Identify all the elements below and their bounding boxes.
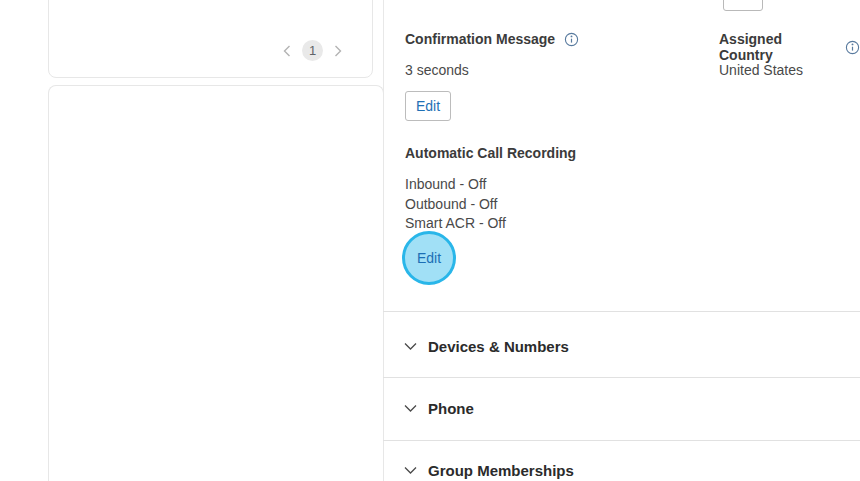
chevron-down-icon: [404, 342, 417, 351]
section-phone[interactable]: Phone: [404, 398, 474, 418]
chevron-down-icon: [404, 466, 417, 475]
section-group-memberships[interactable]: Group Memberships: [404, 460, 574, 480]
recording-smart-acr-status: Smart ACR - Off: [405, 214, 506, 234]
section-label: Devices & Numbers: [428, 338, 569, 355]
chevron-left-icon: [283, 45, 291, 57]
pagination: 1: [281, 40, 344, 61]
section-divider: [383, 440, 860, 441]
assigned-country-value: United States: [719, 62, 803, 78]
chevron-down-icon: [404, 404, 417, 413]
assigned-country-field: Assigned Country: [719, 31, 860, 63]
pagination-current-page[interactable]: 1: [302, 40, 323, 61]
recording-outbound-status: Outbound - Off: [405, 195, 506, 215]
confirmation-message-label: Confirmation Message: [405, 31, 555, 47]
info-icon[interactable]: [845, 40, 860, 55]
recording-edit-link[interactable]: Edit: [417, 250, 441, 266]
info-icon[interactable]: [564, 32, 579, 47]
confirmation-message-value: 3 seconds: [405, 62, 469, 78]
pagination-next-button[interactable]: [332, 43, 344, 59]
confirmation-message-field: Confirmation Message: [405, 31, 579, 47]
assigned-country-label: Assigned Country: [719, 31, 836, 63]
left-list-card: 1: [48, 0, 373, 78]
pagination-prev-button[interactable]: [281, 43, 293, 59]
confirmation-edit-button[interactable]: Edit: [405, 91, 451, 121]
chevron-right-icon: [334, 45, 342, 57]
automatic-call-recording-title: Automatic Call Recording: [405, 145, 576, 161]
recording-inbound-status: Inbound - Off: [405, 175, 506, 195]
partial-edit-button[interactable]: [723, 0, 763, 11]
section-divider: [383, 377, 860, 378]
automatic-call-recording-status: Inbound - Off Outbound - Off Smart ACR -…: [405, 175, 506, 234]
click-highlight-circle: Edit: [402, 231, 456, 285]
section-label: Group Memberships: [428, 462, 574, 479]
section-devices-and-numbers[interactable]: Devices & Numbers: [404, 336, 569, 356]
section-label: Phone: [428, 400, 474, 417]
section-divider: [383, 311, 860, 312]
left-lower-card: [48, 85, 384, 481]
